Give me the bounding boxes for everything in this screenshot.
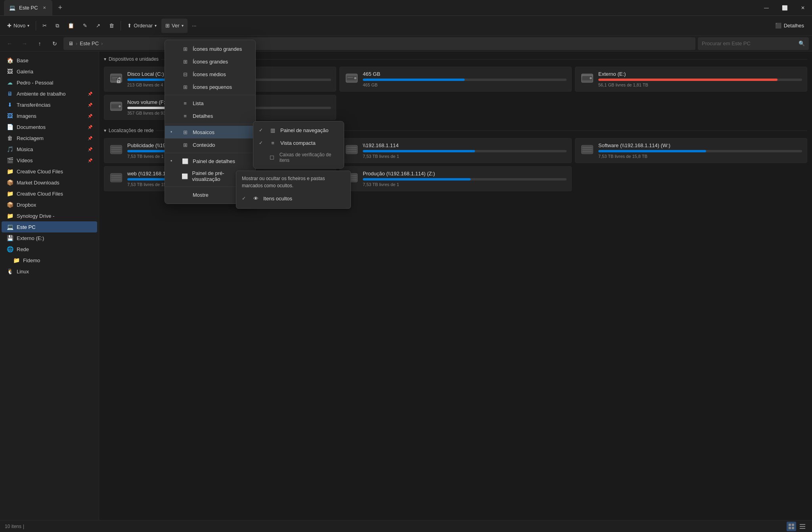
detalhes-ctx-icon: ≡ xyxy=(182,112,189,119)
dropbox-icon: 📦 xyxy=(6,201,13,208)
detalhes-button[interactable]: ⬛ Detalhes xyxy=(770,19,809,33)
sm-ocultos-icon: 👁 xyxy=(252,195,259,202)
sidebar-item-externo[interactable]: 💾 Externo (E:) xyxy=(2,232,97,244)
sidebar-item-transferencias[interactable]: ⬇ Transferências 📌 xyxy=(2,99,97,110)
drive-w-fill xyxy=(598,150,706,152)
externo-icon: 💾 xyxy=(6,234,13,242)
icones-muito-grandes-icon: ⊞ xyxy=(182,45,189,52)
sidebar-item-fidemo[interactable]: 📁 Fidemo xyxy=(2,255,97,266)
sidebar-label-rede: Rede xyxy=(17,246,29,252)
svg-rect-33 xyxy=(111,179,121,181)
devices-chevron[interactable]: ▾ xyxy=(104,56,106,62)
ctx-label-icones-medios: Ícones médios xyxy=(193,71,226,77)
drive-e-icon xyxy=(580,71,594,85)
sidebar-item-ambiente[interactable]: 🖥 Ambiente de trabalho 📌 xyxy=(2,88,97,99)
drive-c-icon xyxy=(109,71,123,85)
sidebar-item-market[interactable]: 📦 Market Downloads xyxy=(2,177,97,188)
rename-button[interactable]: ✎ xyxy=(79,19,91,33)
linux-icon: 🐧 xyxy=(6,268,13,275)
ctx-conteudo[interactable]: ⊞ Conteúdo xyxy=(165,138,255,151)
sidebar-item-estepc[interactable]: 💻 Este PC xyxy=(2,221,97,232)
drive-net2-name: \\192.168.1.114 xyxy=(363,142,567,148)
minimize-button[interactable]: — xyxy=(757,0,776,15)
sidebar-item-cc2[interactable]: 📁 Creative Cloud Files xyxy=(2,188,97,199)
sidebar-label-reciclagem: Reciclagem xyxy=(17,135,44,141)
ver-button[interactable]: ⊞ Ver ▾ xyxy=(161,19,188,33)
drive-z[interactable]: Produção (\\192.168.1.114) (Z:) 7,53 TB … xyxy=(339,166,572,191)
reciclagem-icon: 🗑 xyxy=(6,134,13,142)
sidebar-item-galeria[interactable]: 🖼 Galeria xyxy=(2,66,97,77)
svg-rect-39 xyxy=(792,524,794,526)
svg-rect-23 xyxy=(347,147,356,148)
ctx-label-mostre: Mostre xyxy=(193,192,209,198)
rename-icon: ✎ xyxy=(83,23,87,29)
ctx-icones-grandes-grandes[interactable]: ⊞ Ícones muito grandes xyxy=(165,42,255,55)
ctx-label-detalhes: Detalhes xyxy=(193,113,213,119)
sidebar-item-videos[interactable]: 🎬 Vídeos 📌 xyxy=(2,155,97,166)
sidebar-item-dropbox[interactable]: 📦 Dropbox xyxy=(2,199,97,210)
ctx-icones-grandes[interactable]: ⊞ Ícones grandes xyxy=(165,55,255,68)
ctx-lista[interactable]: ≡ Lista xyxy=(165,97,255,109)
sidebar-item-pessoal[interactable]: ☁ Pedro - Pessoal xyxy=(2,77,97,88)
sidebar-item-imagens[interactable]: 🖼 Imagens 📌 xyxy=(2,110,97,121)
sidebar-item-musica[interactable]: 🎵 Música 📌 xyxy=(2,144,97,155)
sm-vista-compacta[interactable]: ✓ ≡ Vista compacta xyxy=(253,136,344,149)
sm-painel-nav[interactable]: ✓ ▥ Painel de navegação xyxy=(253,124,344,136)
ctx-mosaicos[interactable]: • ⊞ Mosaicos xyxy=(165,126,255,138)
drive-2[interactable]: 465 GB 465 GB xyxy=(339,67,572,92)
sm-caixas[interactable]: ☐ Caixas de verificação de itens xyxy=(253,149,344,166)
svg-rect-24 xyxy=(347,149,356,150)
cut-button[interactable]: ✂ xyxy=(38,19,51,33)
sidebar-item-cc1[interactable]: 📁 Creative Cloud Files xyxy=(2,166,97,177)
list-view-button[interactable] xyxy=(798,522,807,531)
grid-view-button[interactable] xyxy=(787,522,796,531)
refresh-button[interactable]: ↻ xyxy=(48,37,61,50)
drive-e[interactable]: Externo (E:) 56,1 GB livres de 1,81 TB xyxy=(575,67,807,92)
sidebar-item-base[interactable]: 🏠 Base xyxy=(2,55,97,66)
pin-icon-documentos: 📌 xyxy=(88,125,92,129)
svg-rect-3 xyxy=(112,77,117,78)
ctx-icones-medios[interactable]: ⊟ Ícones médios xyxy=(165,68,255,81)
search-box[interactable]: Procurar em Este PC 🔍 xyxy=(698,37,809,50)
ordenar-button[interactable]: ⬆ Ordenar ▾ xyxy=(123,19,161,33)
ctx-sep-1 xyxy=(165,95,255,95)
sidebar-label-market: Market Downloads xyxy=(17,180,59,186)
drive-net2[interactable]: \\192.168.1.114 7,53 TB livres de 1 xyxy=(339,138,572,163)
share-button[interactable]: ↗ xyxy=(92,19,104,33)
sidebar-item-documentos[interactable]: 📄 Documentos 📌 xyxy=(2,121,97,133)
svg-point-17 xyxy=(119,105,121,107)
sidebar-item-reciclagem[interactable]: 🗑 Reciclagem 📌 xyxy=(2,133,97,144)
more-button[interactable]: ··· xyxy=(188,19,201,33)
svg-rect-42 xyxy=(800,524,805,525)
svg-point-14 xyxy=(590,77,592,79)
drive-w-icon-wrap xyxy=(580,142,594,158)
drive-w[interactable]: Software (\\192.168.1.114) (W:) 7,53 TB … xyxy=(575,138,807,163)
check-painel-detalhes: • xyxy=(170,158,177,164)
copy-button[interactable]: ⧉ xyxy=(52,19,63,33)
delete-button[interactable]: 🗑 xyxy=(105,19,118,33)
paste-button[interactable]: 📋 xyxy=(64,19,78,33)
tooltip-text: Mostrar ou ocultar os ficheiros e pastas… xyxy=(242,175,345,189)
sm-itens-ocultos[interactable]: ✓ 👁 Itens ocultos xyxy=(242,192,345,204)
forward-button[interactable]: → xyxy=(18,37,31,50)
maximize-button[interactable]: ⬜ xyxy=(776,0,794,15)
ctx-detalhes[interactable]: ≡ Detalhes xyxy=(165,109,255,122)
drive-c-icon-wrap xyxy=(109,71,123,86)
ctx-icones-pequenos[interactable]: ⊞ Ícones pequenos xyxy=(165,81,255,93)
tab-este-pc[interactable]: 💻 Este PC ✕ xyxy=(4,0,52,15)
sidebar-item-linux[interactable]: 🐧 Linux xyxy=(2,266,97,277)
close-button[interactable]: ✕ xyxy=(794,0,812,15)
sidebar-item-synology[interactable]: 📁 Synology Drive - xyxy=(2,210,97,221)
ctx-painel-detalhes[interactable]: • ⬜ Painel de detalhes xyxy=(165,155,255,167)
status-cursor: | xyxy=(23,524,24,529)
novo-button[interactable]: ✚ Novo ▾ xyxy=(3,19,33,33)
address-bar[interactable]: 🖥 › Este PC › xyxy=(63,37,695,50)
drive-2-icon xyxy=(345,71,359,85)
new-tab-button[interactable]: + xyxy=(54,2,67,14)
sidebar-item-rede[interactable]: 🌐 Rede xyxy=(2,244,97,255)
up-button[interactable]: ↑ xyxy=(33,37,46,50)
tab-close-button[interactable]: ✕ xyxy=(41,5,48,11)
back-button[interactable]: ← xyxy=(3,37,16,50)
network-chevron[interactable]: ▾ xyxy=(104,128,106,133)
pin-icon-transferencias: 📌 xyxy=(88,103,92,107)
